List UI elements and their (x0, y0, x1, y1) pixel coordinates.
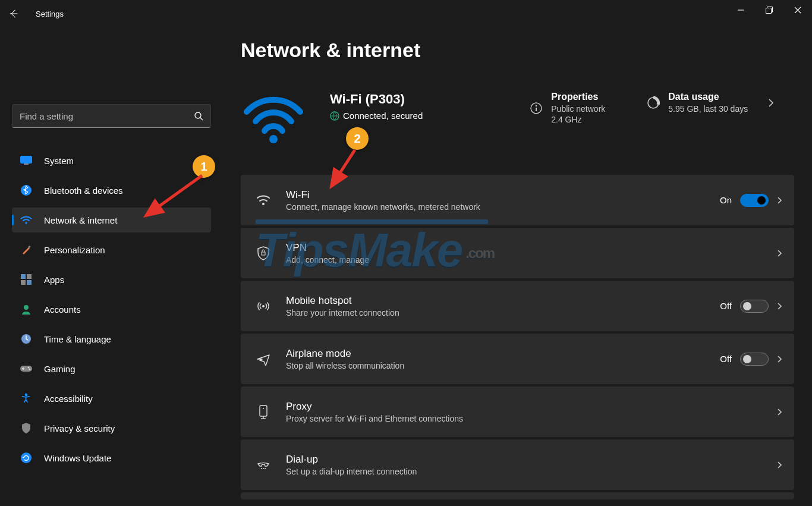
sidebar-item-label: Network & internet (44, 215, 117, 225)
svg-rect-11 (27, 274, 32, 279)
card-hotspot[interactable]: Mobile hotspot Share your internet conne… (241, 281, 794, 331)
card-wifi[interactable]: Wi-Fi Connect, manage known networks, me… (241, 175, 794, 225)
data-usage-icon (647, 96, 660, 109)
data-usage-title: Data usage (668, 92, 748, 102)
svg-rect-6 (24, 164, 29, 165)
sidebar-item-label: Apps (44, 275, 64, 285)
app-title: Settings (36, 10, 64, 18)
wifi-icon (255, 194, 272, 206)
sidebar-item-label: System (44, 156, 74, 166)
card-vpn[interactable]: VPN Add, connect, manage (241, 228, 794, 278)
toggle-state-label: Off (720, 354, 732, 364)
window-restore-button[interactable] (755, 0, 783, 20)
sidebar-item-time[interactable]: Time & language (12, 326, 211, 351)
svg-rect-10 (21, 274, 26, 279)
sidebar-item-update[interactable]: Windows Update (12, 445, 211, 470)
svg-rect-13 (27, 280, 32, 285)
wifi-icon (20, 214, 32, 226)
svg-point-29 (262, 305, 265, 307)
wifi-toggle[interactable] (740, 194, 769, 207)
sidebar-item-bluetooth[interactable]: Bluetooth & devices (12, 178, 211, 203)
svg-rect-25 (536, 108, 537, 111)
card-proxy[interactable]: Proxy Proxy server for Wi-Fi and Etherne… (241, 386, 794, 437)
sidebar-item-apps[interactable]: Apps (12, 267, 211, 292)
chevron-right-icon (777, 249, 782, 257)
card-subtitle: Proxy server for Wi-Fi and Ethernet conn… (286, 414, 763, 423)
hotspot-toggle[interactable] (740, 300, 769, 313)
sidebar-item-gaming[interactable]: Gaming (12, 356, 211, 381)
sidebar-item-label: Time & language (44, 334, 111, 344)
update-icon (20, 452, 32, 464)
toggle-state-label: On (720, 195, 732, 205)
network-name: Wi-Fi (P303) (330, 92, 423, 107)
back-button[interactable] (0, 0, 27, 27)
card-subtitle: Add, connect, manage (286, 255, 763, 265)
sidebar-item-accessibility[interactable]: Accessibility (12, 386, 211, 411)
sidebar-item-label: Accessibility (44, 394, 93, 404)
svg-point-14 (24, 305, 29, 310)
chevron-right-icon (777, 196, 782, 205)
sidebar-item-label: Privacy & security (44, 423, 115, 433)
sidebar-item-label: Personalization (44, 245, 105, 255)
card-airplane[interactable]: Airplane mode Stop all wireless communic… (241, 334, 794, 384)
person-icon (20, 303, 32, 315)
window-close-button[interactable] (783, 0, 812, 20)
chevron-right-icon (777, 355, 782, 363)
svg-point-24 (536, 105, 537, 107)
server-icon (255, 405, 272, 419)
globe-icon (330, 111, 339, 121)
card-title: Wi-Fi (286, 189, 706, 201)
svg-line-4 (200, 118, 203, 120)
network-properties-link[interactable]: Properties Public network2.4 GHz (530, 92, 605, 125)
sidebar-item-network[interactable]: Network & internet (12, 208, 211, 232)
svg-point-17 (28, 367, 30, 369)
window-minimize-button[interactable] (726, 0, 755, 20)
card-subtitle: Share your internet connection (286, 308, 706, 318)
annotation-badge-2: 2 (346, 127, 369, 150)
svg-rect-30 (260, 406, 267, 416)
bluetooth-icon (20, 184, 32, 196)
clock-icon (20, 333, 32, 345)
data-usage-link[interactable]: Data usage 5.95 GB, last 30 days (647, 92, 774, 114)
chevron-right-icon (777, 408, 782, 416)
svg-rect-12 (21, 280, 26, 285)
airplane-toggle[interactable] (740, 353, 769, 366)
svg-point-36 (265, 468, 266, 469)
annotation-badge-1: 1 (193, 155, 215, 178)
data-usage-sub: 5.95 GB, last 30 days (668, 103, 748, 114)
svg-point-27 (262, 203, 265, 205)
card-dialup[interactable]: Dial-up Set up a dial-up internet connec… (241, 439, 794, 490)
sidebar-item-privacy[interactable]: Privacy & security (12, 416, 211, 441)
card-title: Proxy (286, 401, 763, 413)
sidebar-item-label: Gaming (44, 364, 75, 374)
page-title: Network & internet (241, 39, 794, 62)
svg-point-3 (195, 112, 201, 118)
svg-point-33 (263, 408, 264, 409)
toggle-state-label: Off (720, 301, 732, 311)
search-field[interactable] (12, 104, 211, 128)
sidebar-item-personalization[interactable]: Personalization (12, 237, 211, 262)
svg-point-35 (263, 468, 264, 469)
svg-point-20 (21, 452, 32, 463)
sidebar-item-accounts[interactable]: Accounts (12, 297, 211, 322)
svg-point-21 (269, 135, 278, 143)
gamepad-icon (20, 363, 32, 375)
card-title: Airplane mode (286, 348, 706, 360)
monitor-icon (20, 155, 32, 166)
wifi-signal-icon (241, 92, 306, 145)
brush-icon (20, 244, 32, 256)
shield-lock-icon (255, 246, 272, 260)
airplane-icon (255, 353, 272, 366)
sidebar-item-label: Accounts (44, 304, 81, 315)
search-input[interactable] (12, 111, 187, 122)
shield-icon (20, 422, 32, 434)
phone-icon (255, 459, 272, 471)
properties-sub: Public network2.4 GHz (551, 103, 605, 125)
sidebar-item-system[interactable]: System (12, 148, 211, 173)
card-title: Dial-up (286, 454, 763, 466)
hotspot-icon (255, 300, 272, 312)
info-icon (530, 102, 543, 115)
chevron-right-icon (777, 461, 782, 469)
properties-title: Properties (551, 92, 605, 102)
search-icon (187, 111, 210, 121)
